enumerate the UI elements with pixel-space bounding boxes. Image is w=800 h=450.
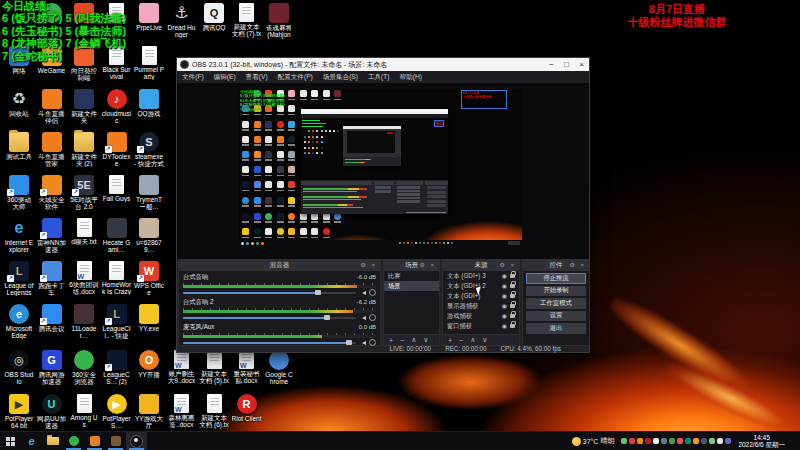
taskbar-360-app[interactable] bbox=[63, 432, 84, 450]
menu-e[interactable]: 编辑(E) bbox=[209, 71, 241, 83]
desktop-icon[interactable]: Pummel Party bbox=[134, 46, 164, 80]
visibility-eye-icon[interactable]: ◉ bbox=[502, 301, 507, 311]
taskbar-game-app[interactable] bbox=[105, 432, 126, 450]
close-button[interactable]: × bbox=[574, 59, 589, 71]
tray-icon-10[interactable] bbox=[701, 438, 707, 444]
sources-toolbar-button[interactable]: + bbox=[448, 337, 452, 344]
desktop-icon[interactable]: 新建文本文档 (6).txt bbox=[199, 394, 229, 429]
lock-icon[interactable] bbox=[510, 304, 515, 308]
tray-icon-2[interactable] bbox=[637, 438, 643, 444]
lock-icon[interactable] bbox=[510, 324, 515, 328]
control-button[interactable]: 工作室模式 bbox=[526, 298, 586, 309]
source-item[interactable]: 窗口捕获◉ bbox=[443, 321, 519, 331]
speaker-icon[interactable] bbox=[360, 316, 366, 320]
panel-header-icons[interactable]: ⚙ × bbox=[419, 260, 436, 271]
mixer-settings-icon[interactable] bbox=[369, 289, 376, 296]
source-item[interactable]: 文本 (GDI+) 3◉ bbox=[443, 271, 519, 281]
visibility-eye-icon[interactable]: ◉ bbox=[502, 281, 507, 291]
obs-titlebar[interactable]: OBS 23.0.1 (32-bit, windows) - 配置文件: 未命名… bbox=[177, 58, 589, 71]
desktop-icon[interactable]: RRiot Client bbox=[232, 394, 262, 422]
selected-text-source-box[interactable]: 8月7日直播十级粉丝牌进微信群 bbox=[461, 90, 507, 109]
mixer-volume-slider[interactable] bbox=[183, 290, 356, 295]
tray-icon-9[interactable] bbox=[693, 438, 699, 444]
desktop-icon[interactable]: YY.exe bbox=[134, 304, 164, 332]
visibility-eye-icon[interactable]: ◉ bbox=[502, 271, 507, 281]
desktop-icon[interactable]: 重装秘书贴.docx bbox=[232, 350, 262, 384]
tray-icon-12[interactable] bbox=[717, 438, 723, 444]
menu-t[interactable]: 工具(T) bbox=[363, 71, 395, 83]
visibility-eye-icon[interactable]: ◉ bbox=[502, 291, 507, 301]
visibility-eye-icon[interactable]: ◉ bbox=[502, 321, 507, 331]
control-button[interactable]: 设置 bbox=[526, 311, 586, 322]
menu-h[interactable]: 帮助(H) bbox=[395, 71, 427, 83]
desktop-icon[interactable]: Hecate Gami… bbox=[102, 218, 132, 253]
control-button[interactable]: 开始录制 bbox=[526, 286, 586, 297]
control-button[interactable]: 停止推流 bbox=[526, 273, 586, 284]
desktop-icon[interactable]: ▶PotPlayerS… bbox=[102, 394, 132, 429]
scenes-panel-header[interactable]: 场景 ⚙ × bbox=[384, 260, 439, 271]
lock-icon[interactable] bbox=[510, 294, 515, 298]
desktop-icon[interactable]: 森林惠惠造..docx bbox=[167, 394, 197, 428]
panel-header-icons[interactable]: ⚙ × bbox=[360, 260, 377, 271]
desktop-icon[interactable]: 测试工具 bbox=[4, 132, 34, 160]
source-item[interactable]: 游戏捕获◉ bbox=[443, 311, 519, 321]
desktop-icon[interactable]: OYY开播 bbox=[134, 350, 164, 378]
desktop-icon[interactable]: QQ游戏 bbox=[134, 89, 164, 117]
visibility-eye-icon[interactable]: ◉ bbox=[502, 311, 507, 321]
tray-icon-7[interactable] bbox=[677, 438, 683, 444]
desktop-icon[interactable]: 斗鱼直播管家 bbox=[37, 132, 67, 167]
desktop-icon[interactable]: 11Loader… bbox=[69, 304, 99, 339]
desktop-icon[interactable]: 新建文件夹 (2) bbox=[69, 132, 99, 167]
tray-icon-11[interactable] bbox=[709, 438, 715, 444]
panel-header-icons[interactable]: ⚙ × bbox=[569, 260, 586, 271]
desktop-icon[interactable]: 雀魂麻将 (Mahjong… bbox=[264, 3, 294, 39]
scenes-toolbar-button[interactable]: ∨ bbox=[423, 336, 428, 344]
maximize-button[interactable]: □ bbox=[559, 59, 574, 71]
source-item[interactable]: 显示器捕获◉ bbox=[443, 301, 519, 311]
lock-icon[interactable] bbox=[510, 314, 515, 318]
desktop-icon[interactable]: Among Us bbox=[69, 394, 99, 428]
tray-icon-0[interactable] bbox=[621, 438, 627, 444]
mixer-settings-icon[interactable] bbox=[369, 314, 376, 321]
tray-icon-1[interactable] bbox=[629, 438, 635, 444]
desktop-icon[interactable]: ↗360驱动大师 bbox=[4, 175, 34, 210]
desktop-icon[interactable]: 6块面团训练.docx bbox=[69, 261, 99, 295]
desktop-icon[interactable]: ◎OBS Studio bbox=[4, 350, 34, 385]
menu-v[interactable]: 查看(V) bbox=[241, 71, 273, 83]
scenes-toolbar-button[interactable]: + bbox=[389, 337, 393, 344]
slider-handle[interactable] bbox=[324, 315, 330, 320]
desktop-icon[interactable]: 360安全浏览器 bbox=[69, 350, 99, 385]
lock-icon[interactable] bbox=[510, 284, 515, 288]
desktop-icon[interactable]: ↗跑跑卡丁车 bbox=[37, 261, 67, 296]
mixer-volume-slider[interactable] bbox=[183, 315, 356, 320]
slider-handle[interactable] bbox=[315, 290, 321, 295]
tray-icon-3[interactable] bbox=[645, 438, 651, 444]
sources-panel-header[interactable]: 来源 ⚙ × bbox=[443, 260, 519, 271]
desktop-icon[interactable]: YY游戏大厅 bbox=[134, 394, 164, 429]
preview-canvas[interactable]: 今日战绩:6 (饭只捞了) 5 (叫我法酱)6 (先玉秘书) 5 (暴击法师)8… bbox=[177, 83, 589, 259]
desktop-icon[interactable]: Q腾讯QQ bbox=[199, 3, 229, 31]
taskbar-orange-app[interactable] bbox=[84, 432, 105, 450]
desktop-icon[interactable]: ♪cloudmusic bbox=[102, 89, 132, 124]
taskbar-clock[interactable]: 14:45 2022/6/6 星期一 bbox=[738, 434, 785, 448]
controls-panel-header[interactable]: 控件 ⚙ × bbox=[523, 260, 589, 271]
desktop-icon[interactable]: ↗腾讯会议 bbox=[37, 304, 67, 332]
sources-toolbar-button[interactable]: − bbox=[459, 337, 463, 344]
mixer-panel-header[interactable]: 混音器 ⚙ × bbox=[179, 260, 380, 271]
desktop-icon[interactable]: Fall Guys bbox=[102, 175, 132, 202]
tray-icon-8[interactable] bbox=[685, 438, 691, 444]
desktop-icon[interactable]: ↗DYToolexe bbox=[102, 132, 132, 167]
tray-icon-5[interactable] bbox=[661, 438, 667, 444]
taskbar-file-explorer[interactable] bbox=[42, 432, 63, 450]
panel-header-icons[interactable]: ⚙ × bbox=[499, 260, 516, 271]
desktop-icon[interactable]: 新建文件夹 bbox=[69, 89, 99, 124]
tray-icon-6[interactable] bbox=[669, 438, 675, 444]
desktop-icon[interactable]: ↗火绒安全软件 bbox=[37, 175, 67, 210]
desktop-icon[interactable]: 新建文本文档 (7).txt bbox=[232, 3, 262, 38]
desktop-icon[interactable]: L↗LeagueCli.. - 快捷方式 bbox=[102, 304, 132, 340]
taskbar-obs-studio[interactable] bbox=[126, 432, 147, 450]
minimize-button[interactable]: − bbox=[544, 59, 559, 71]
desktop-icon[interactable]: W↗WPS Office bbox=[134, 261, 164, 296]
desktop-icon[interactable]: 5E↗5E对战平台 2.0 bbox=[69, 175, 99, 210]
desktop-icon[interactable]: u=628679… bbox=[134, 218, 164, 253]
